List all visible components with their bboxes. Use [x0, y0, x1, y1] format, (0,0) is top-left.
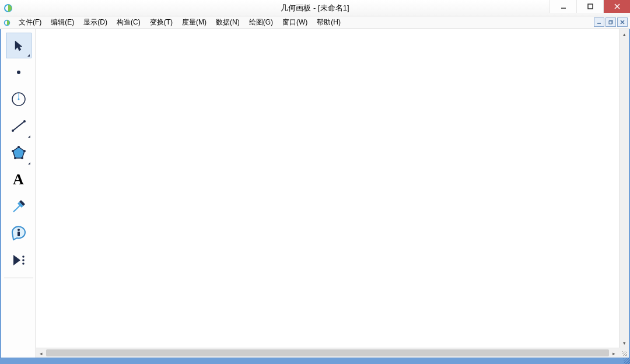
menu-graph[interactable]: 绘图(G)	[244, 16, 278, 29]
svg-point-16	[12, 130, 14, 132]
menu-edit[interactable]: 编辑(E)	[46, 16, 79, 29]
marker-tool[interactable]	[6, 194, 32, 219]
line-tool[interactable]	[6, 113, 32, 139]
svg-marker-18	[13, 147, 24, 158]
flyout-marker-icon	[27, 54, 30, 57]
custom-tool[interactable]	[6, 247, 32, 273]
scroll-up-icon[interactable]: ▴	[620, 29, 629, 39]
mdi-minimize-button[interactable]	[594, 18, 604, 27]
polygon-tool[interactable]	[6, 140, 32, 166]
window-controls	[550, 0, 630, 13]
app-icon	[4, 4, 13, 13]
menu-measure[interactable]: 度量(M)	[177, 16, 211, 29]
menu-display[interactable]: 显示(D)	[79, 16, 112, 29]
toolbox: A	[1, 29, 36, 358]
info-tool[interactable]	[6, 220, 32, 246]
svg-point-28	[22, 262, 24, 265]
menu-bar: 文件(F) 编辑(E) 显示(D) 构造(C) 变换(T) 度量(M) 数据(N…	[0, 16, 630, 29]
text-tool[interactable]: A	[6, 167, 32, 192]
point-tool[interactable]	[6, 60, 32, 85]
canvas-area: ▴ ▾ ◂ ▸	[36, 29, 629, 358]
horizontal-scrollbar[interactable]: ◂ ▸	[36, 348, 619, 358]
arrow-tool[interactable]	[6, 33, 32, 58]
svg-rect-2	[588, 4, 593, 9]
menu-construct[interactable]: 构造(C)	[112, 16, 145, 29]
scroll-left-icon[interactable]: ◂	[36, 348, 46, 358]
mdi-restore-button[interactable]	[606, 18, 616, 27]
svg-point-24	[18, 229, 20, 231]
menu-file[interactable]: 文件(F)	[14, 16, 46, 29]
menu-data[interactable]: 数据(N)	[211, 16, 244, 29]
work-area: A	[0, 29, 630, 358]
window-bottom-border	[0, 358, 630, 364]
svg-point-20	[23, 150, 26, 152]
svg-point-26	[22, 256, 24, 258]
svg-point-21	[21, 157, 23, 159]
svg-point-11	[17, 71, 20, 74]
svg-point-22	[14, 157, 16, 159]
scroll-right-icon[interactable]: ▸	[609, 348, 619, 358]
drawing-canvas[interactable]	[36, 29, 629, 358]
maximize-button[interactable]	[576, 0, 603, 13]
document-icon[interactable]	[2, 18, 12, 27]
flyout-marker-icon	[28, 135, 30, 138]
minimize-button[interactable]	[550, 0, 576, 13]
svg-line-15	[13, 121, 24, 131]
svg-point-27	[22, 259, 24, 261]
svg-point-17	[23, 120, 26, 123]
menu-window[interactable]: 窗口(W)	[278, 16, 312, 29]
close-button[interactable]	[603, 0, 630, 13]
window-title: 几何画板 - [未命名1]	[281, 3, 349, 13]
vertical-scrollbar[interactable]: ▴ ▾	[619, 29, 629, 348]
window-resize-grip-icon[interactable]	[624, 358, 630, 364]
svg-point-14	[18, 99, 19, 100]
svg-point-19	[18, 146, 20, 148]
menu-transform[interactable]: 变换(T)	[145, 16, 177, 29]
flyout-marker-icon	[28, 162, 30, 164]
circle-tool[interactable]	[6, 86, 32, 112]
toolbox-divider	[4, 278, 33, 278]
title-bar: 几何画板 - [未命名1]	[0, 0, 630, 16]
scrollbar-thumb[interactable]	[46, 349, 609, 356]
letter-a-icon: A	[13, 171, 24, 188]
mdi-controls	[594, 18, 628, 27]
scroll-down-icon[interactable]: ▾	[620, 338, 629, 348]
svg-rect-8	[609, 21, 612, 24]
svg-rect-25	[18, 232, 20, 236]
resize-grip-icon[interactable]	[619, 348, 629, 358]
svg-point-23	[12, 150, 14, 152]
menu-help[interactable]: 帮助(H)	[312, 16, 345, 29]
mdi-close-button[interactable]	[617, 18, 628, 27]
